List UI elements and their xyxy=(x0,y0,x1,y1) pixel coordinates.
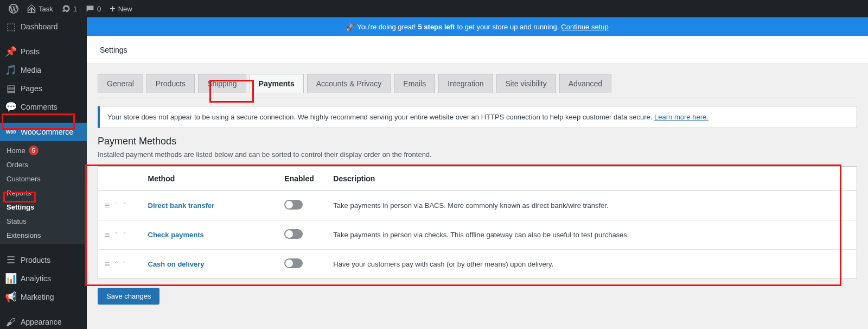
notice-link[interactable]: Learn more here. xyxy=(654,113,709,121)
site-name-text: Task xyxy=(39,5,53,13)
sidebar-item-analytics[interactable]: 📊Analytics xyxy=(0,269,87,288)
woocommerce-submenu: Home5 Orders Customers Reports Settings … xyxy=(0,141,87,244)
sidebar-sub-settings[interactable]: Settings xyxy=(0,200,87,214)
notice-text: Your store does not appear to be using a… xyxy=(107,113,652,121)
tab-advanced[interactable]: Advanced xyxy=(559,74,611,93)
new-item[interactable]: + New xyxy=(105,0,137,17)
appearance-label: Appearance xyxy=(21,318,62,326)
comments-item[interactable]: 0 xyxy=(81,0,105,17)
admin-sidebar: ⬚Dashboard 📌Posts 🎵Media ▤Pages 💬Comment… xyxy=(0,17,87,329)
marketing-label: Marketing xyxy=(21,293,54,301)
save-button[interactable]: Save changes xyxy=(98,288,159,305)
sidebar-item-woocommerce[interactable]: W00WooCommerce xyxy=(0,123,87,141)
sidebar-sub-extensions[interactable]: Extensions xyxy=(0,228,87,242)
comments-label: Comments xyxy=(21,103,58,111)
marketing-icon: 📢 xyxy=(5,292,16,302)
tab-products[interactable]: Products xyxy=(146,74,195,93)
tab-shipping[interactable]: Shipping xyxy=(198,74,246,93)
wc-orders-label: Orders xyxy=(7,161,28,169)
analytics-label: Analytics xyxy=(21,274,51,283)
products-icon: ☰ xyxy=(5,255,16,265)
sidebar-item-products[interactable]: ☰Products xyxy=(0,251,87,269)
sidebar-sub-home[interactable]: Home5 xyxy=(0,143,87,157)
tab-payments[interactable]: Payments xyxy=(250,74,304,93)
tab-visibility[interactable]: Site visibility xyxy=(496,74,556,93)
sidebar-sub-status[interactable]: Status xyxy=(0,214,87,228)
dashboard-label: Dashboard xyxy=(21,22,58,31)
col-enabled: Enabled xyxy=(278,167,327,191)
enabled-toggle[interactable] xyxy=(284,200,303,210)
sidebar-item-dashboard[interactable]: ⬚Dashboard xyxy=(0,17,87,36)
tab-emails[interactable]: Emails xyxy=(394,74,435,93)
sidebar-sub-reports[interactable]: Reports xyxy=(0,186,87,200)
table-row: ≡ ˄ ˅ Check payments Take payments in pe… xyxy=(98,220,857,250)
wc-customers-label: Customers xyxy=(7,175,41,183)
move-down-icon[interactable]: ˅ xyxy=(123,231,126,239)
sidebar-item-posts[interactable]: 📌Posts xyxy=(0,42,87,61)
updates-count: 1 xyxy=(73,5,77,13)
sidebar-item-appearance[interactable]: 🖌Appearance xyxy=(0,313,87,329)
drag-handle-icon[interactable]: ≡ xyxy=(105,201,110,210)
sidebar-sub-customers[interactable]: Customers xyxy=(0,172,87,186)
wc-reports-label: Reports xyxy=(7,189,31,197)
comments-count: 0 xyxy=(97,5,101,13)
analytics-icon: 📊 xyxy=(5,273,16,284)
banner-suffix: to get your store up and running. xyxy=(457,23,559,31)
header-strip: Settings xyxy=(87,36,868,64)
move-up-icon[interactable]: ˄ xyxy=(114,260,118,269)
site-name[interactable]: Task xyxy=(23,0,58,17)
https-notice: Your store does not appear to be using a… xyxy=(98,106,857,128)
drag-handle-icon[interactable]: ≡ xyxy=(105,260,110,269)
wp-logo[interactable] xyxy=(4,0,23,17)
media-icon: 🎵 xyxy=(5,65,16,75)
page-icon: ▤ xyxy=(5,83,16,94)
tab-accounts[interactable]: Accounts & Privacy xyxy=(307,74,391,93)
tab-integration[interactable]: Integration xyxy=(438,74,493,93)
enabled-toggle[interactable] xyxy=(284,258,303,268)
new-label: New xyxy=(118,5,132,13)
move-up-icon[interactable]: ˄ xyxy=(114,231,118,239)
continue-setup-link[interactable]: Continue setup xyxy=(561,23,608,31)
wc-extensions-label: Extensions xyxy=(7,231,41,239)
posts-label: Posts xyxy=(21,47,40,56)
dashboard-icon: ⬚ xyxy=(5,21,16,32)
table-row: ≡ ˄ ˅ Cash on delivery Have your custome… xyxy=(98,250,857,279)
sidebar-sub-orders[interactable]: Orders xyxy=(0,157,87,172)
woo-icon: W00 xyxy=(5,126,16,137)
method-link[interactable]: Direct bank transfer xyxy=(148,201,215,210)
wc-home-label: Home xyxy=(7,147,25,155)
media-label: Media xyxy=(21,66,41,74)
enabled-toggle[interactable] xyxy=(284,229,303,239)
page-title: Settings xyxy=(100,46,127,54)
drag-handle-icon[interactable]: ≡ xyxy=(105,230,110,239)
payment-methods-table: Method Enabled Description ≡ ˄ ˅ Direct … xyxy=(98,166,857,279)
appearance-icon: 🖌 xyxy=(5,317,16,327)
method-link[interactable]: Cash on delivery xyxy=(148,260,205,268)
products-label: Products xyxy=(21,256,50,264)
sidebar-item-media[interactable]: 🎵Media xyxy=(0,61,87,79)
sidebar-item-comments[interactable]: 💬Comments xyxy=(0,98,87,116)
tab-general[interactable]: General xyxy=(98,74,143,93)
pages-label: Pages xyxy=(21,84,42,93)
move-down-icon[interactable]: ˅ xyxy=(123,201,126,210)
wc-settings-label: Settings xyxy=(7,203,34,211)
move-down-icon: ˅ xyxy=(123,260,126,269)
row-description: Have your customers pay with cash (or by… xyxy=(327,250,857,279)
wc-status-label: Status xyxy=(7,217,27,225)
admin-bar: Task 1 0 + New xyxy=(0,0,868,17)
method-link[interactable]: Check payments xyxy=(148,231,204,239)
row-description: Take payments in person via checks. This… xyxy=(327,220,857,250)
updates-item[interactable]: 1 xyxy=(58,0,81,17)
section-desc: Installed payment methods are listed bel… xyxy=(98,150,857,159)
sidebar-item-marketing[interactable]: 📢Marketing xyxy=(0,288,87,306)
sidebar-item-pages[interactable]: ▤Pages xyxy=(0,79,87,98)
wc-home-badge: 5 xyxy=(29,145,39,155)
col-description: Description xyxy=(327,167,857,191)
comment-icon: 💬 xyxy=(5,102,16,112)
row-description: Take payments in person via BACS. More c… xyxy=(327,191,857,220)
section-title: Payment Methods xyxy=(98,136,857,147)
pin-icon: 📌 xyxy=(5,46,16,57)
woocommerce-label: WooCommerce xyxy=(21,128,73,136)
banner-bold: 5 steps left xyxy=(418,23,455,31)
setup-banner: 🚀 You're doing great! 5 steps left to ge… xyxy=(87,17,868,36)
